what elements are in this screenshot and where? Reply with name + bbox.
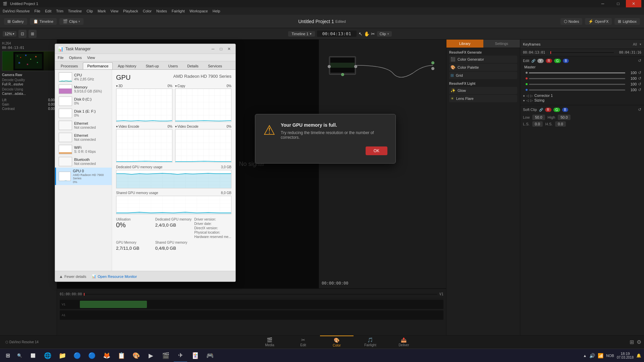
task-view-btn[interactable]: ⬜ (26, 349, 40, 362)
ls-value[interactable]: 0.0 (532, 121, 543, 127)
soft-clip-link-icon[interactable]: 🔗 (539, 108, 543, 112)
taskbar-premiere-icon[interactable]: ▶ (144, 349, 158, 362)
app-close-btn[interactable]: ✕ (626, 0, 641, 7)
notifications-btn[interactable]: 🔔 (636, 353, 641, 358)
r-btn[interactable]: R (546, 59, 552, 63)
workspace-btn[interactable]: ⊞ (630, 339, 634, 345)
tm-copy-label-btn[interactable]: ▾ Copy (175, 84, 185, 88)
tm-sidebar-ethernet2[interactable]: Ethernet Not connected (55, 131, 112, 143)
cut-tool[interactable]: ✂ (371, 31, 375, 37)
taskbar-ie-icon[interactable]: 🔵 (85, 349, 99, 362)
tm-sidebar-gpu0[interactable]: GPU 0 AMD Radeon HD 7900 Series 0% (55, 168, 112, 185)
tm-sidebar-disk0[interactable]: Disk 0 (C:) 0% (55, 95, 112, 107)
menu-help[interactable]: Help (213, 9, 220, 13)
slider-reset-2[interactable]: ↺ (638, 76, 641, 81)
soft-clip-g-btn[interactable]: G (553, 108, 560, 112)
taskbar-edge-icon[interactable]: 🌐 (41, 349, 54, 362)
tm-tab-performance[interactable]: Performance (83, 62, 113, 69)
soft-clip-reset-icon[interactable]: ↺ (638, 107, 641, 112)
app-maximize-btn[interactable]: □ (610, 0, 626, 7)
edit-link-icon[interactable]: 🔗 (531, 59, 535, 63)
tm-sidebar-disk1[interactable]: Disk 1 (E: F:) 0% (55, 107, 112, 119)
taskbar-game-icon[interactable]: 🎮 (203, 349, 217, 362)
tm-close-btn[interactable]: ✕ (225, 45, 233, 53)
system-clock[interactable]: 18:19 07.03.2018 (617, 352, 634, 359)
app-minimize-btn[interactable]: ─ (595, 0, 610, 7)
slider-track-2[interactable] (529, 78, 625, 79)
tm-sidebar-cpu[interactable]: CPU 4% 2,85 GHz (55, 71, 112, 83)
edit-reset-icon[interactable]: ↺ (638, 58, 641, 63)
openfx-btn[interactable]: ⚡ OpenFX (585, 18, 612, 25)
open-resource-monitor-link[interactable]: 📊 Open Resource Monitor (92, 274, 137, 279)
tray-expand-btn[interactable]: ▲ (583, 354, 587, 358)
nodes-btn[interactable]: ⬡ Nodes (560, 18, 583, 25)
taskbar-resolve-icon[interactable]: 🎬 (159, 349, 172, 362)
soft-clip-r-btn[interactable]: R (545, 108, 551, 112)
tm-tab-startup[interactable]: Start-up (141, 62, 163, 69)
fx-color-generator[interactable]: ⬛ Color Generator (449, 56, 517, 63)
lightbox-btn[interactable]: ⊞ Lightbox (614, 18, 640, 25)
slider-reset-3[interactable]: ↺ (638, 82, 641, 86)
tab-deliver[interactable]: 📤 Deliver (387, 336, 421, 349)
tm-tab-details[interactable]: Details (183, 62, 203, 69)
low-value[interactable]: 50.0 (532, 115, 545, 120)
menu-edit[interactable]: Edit (45, 9, 51, 13)
slider-reset-4[interactable]: ↺ (638, 87, 641, 92)
clips-tab[interactable]: 🎬 Clips ▾ (59, 18, 84, 25)
library-tab-btn[interactable]: Library (446, 40, 483, 48)
tm-tab-app-history[interactable]: App history (113, 62, 141, 69)
taskbar-chrome-icon[interactable]: 🔵 (70, 349, 84, 362)
slider-reset-1[interactable]: ↺ (638, 70, 641, 75)
tm-encode-label-btn[interactable]: ▾ Video Encode (116, 125, 139, 128)
fx-grid[interactable]: ⊞ Grid (449, 72, 517, 79)
volume-icon[interactable]: 🔊 (589, 353, 595, 358)
taskbar-office-icon[interactable]: 📋 (115, 349, 128, 362)
preferences-btn[interactable]: ⚙ (637, 339, 641, 345)
gallery-tab[interactable]: ⊞ Gallery (4, 18, 27, 25)
menu-trim[interactable]: Trim (56, 9, 63, 13)
view-btn[interactable]: ⊞ (29, 30, 37, 38)
tm-tab-services[interactable]: Services (204, 62, 226, 69)
taskbar-active-icon[interactable]: ✈ (174, 349, 187, 362)
menu-davinci[interactable]: DaVinci Resolve (3, 9, 30, 13)
fewer-details-btn[interactable]: ▲ Fewer details (59, 274, 86, 279)
soft-clip-b-btn[interactable]: B (562, 108, 569, 112)
hand-tool[interactable]: ✋ (364, 31, 370, 37)
slider-track-3[interactable] (529, 84, 625, 85)
settings-tab-btn[interactable]: Settings (483, 40, 520, 48)
menu-nodes[interactable]: Nodes (156, 9, 167, 13)
fit-btn[interactable]: ⊡ (18, 30, 26, 38)
cursor-tool[interactable]: ↖ (359, 31, 363, 37)
tm-sidebar-wifi[interactable]: WiFi S: 0 R: 0 Kbps (55, 143, 112, 156)
menu-file[interactable]: File (35, 9, 41, 13)
tm-decode-label-btn[interactable]: ▾ Video Decode (175, 125, 199, 128)
menu-playback[interactable]: Playback (123, 9, 138, 13)
tm-3d-label-btn[interactable]: ▾ 3D (116, 84, 123, 88)
gpu-dialog-ok-btn[interactable]: OK (366, 146, 387, 155)
fx-lens-flare[interactable]: ☀ Lens Flare (449, 95, 517, 102)
g-btn[interactable]: G (554, 59, 561, 63)
slider-track-1[interactable] (529, 72, 625, 73)
tab-color[interactable]: 🎨 Color (320, 336, 354, 349)
menu-timeline[interactable]: Timeline (68, 9, 82, 13)
tab-media[interactable]: 🎬 Media (253, 336, 286, 349)
hs-value[interactable]: 0.0 (555, 121, 566, 127)
menu-workspace[interactable]: Workspace (190, 9, 208, 13)
menu-clip[interactable]: Clip (87, 9, 93, 13)
taskbar-explorer-icon[interactable]: 📁 (56, 349, 69, 362)
tm-menu-view[interactable]: View (87, 56, 95, 60)
menu-view[interactable]: View (110, 9, 118, 13)
menu-fairlight[interactable]: Fairlight (172, 9, 185, 13)
tm-sidebar-bluetooth[interactable]: Bluetooth Not connected (55, 156, 112, 168)
tab-fairlight[interactable]: 🎵 Fairlight (354, 336, 387, 349)
slider-track-4[interactable] (529, 89, 625, 90)
taskbar-ps-icon[interactable]: 🎨 (129, 349, 143, 362)
tm-sidebar-ethernet1[interactable]: Ethernet Not connected (55, 119, 112, 131)
tm-tab-processes[interactable]: Processes (56, 62, 82, 69)
fx-color-palette[interactable]: 🎨 Color Palette (449, 64, 517, 71)
clip-dropdown[interactable]: Clip ▾ (377, 31, 392, 37)
fx-glow[interactable]: ✨ Glow (449, 87, 517, 94)
timeline-selector[interactable]: Timeline 1 ▾ (288, 31, 315, 37)
tm-minimize-btn[interactable]: ─ (209, 45, 217, 53)
start-button[interactable]: ⊞ (3, 351, 13, 361)
